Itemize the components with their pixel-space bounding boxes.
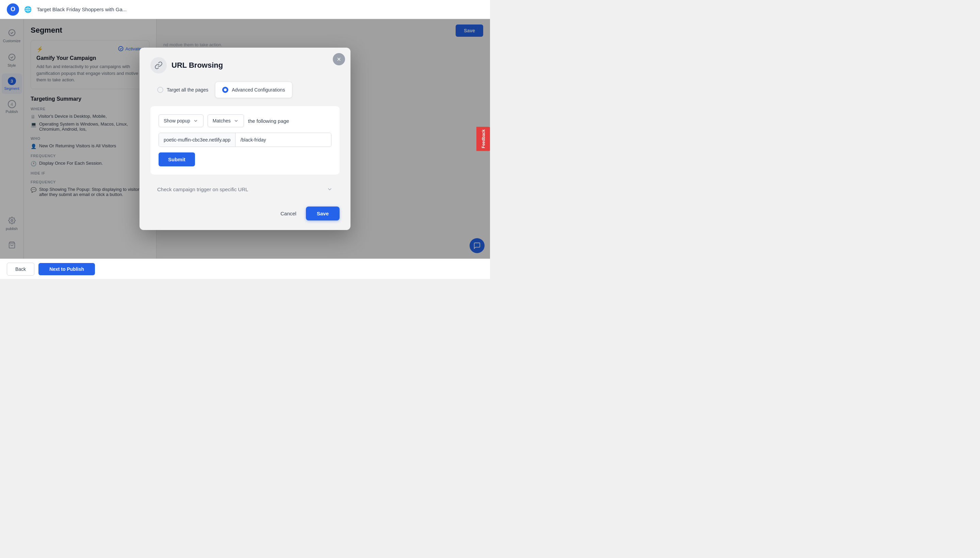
page-title: Target Black Friday Shoppers with Ga... — [37, 7, 126, 12]
modal-header: URL Browsing — [150, 57, 340, 74]
modal-white-card: Show popup Matches the following page po… — [150, 106, 340, 174]
radio-advanced-config[interactable]: Advanced Configurations — [215, 82, 292, 98]
condition-text: the following page — [248, 118, 289, 124]
top-bar: O 🌐 Target Black Friday Shoppers with Ga… — [0, 0, 490, 19]
show-popup-dropdown[interactable]: Show popup — [159, 114, 204, 127]
cancel-button[interactable]: Cancel — [275, 207, 302, 220]
radio-circle-all — [157, 87, 163, 93]
app-logo: O — [7, 3, 19, 16]
next-to-publish-button[interactable]: Next to Publish — [38, 263, 95, 275]
globe-icon: 🌐 — [23, 5, 33, 14]
modal-close-button[interactable] — [333, 53, 345, 65]
modal-save-button[interactable]: Save — [306, 207, 340, 220]
url-browsing-modal: URL Browsing Target all the pages Advanc… — [140, 48, 350, 230]
chevron-down-icon — [327, 186, 333, 192]
matches-dropdown[interactable]: Matches — [208, 114, 244, 127]
conditions-row: Show popup Matches the following page — [159, 114, 332, 127]
submit-button[interactable]: Submit — [159, 153, 195, 166]
show-popup-label: Show popup — [164, 118, 190, 123]
back-button[interactable]: Back — [7, 263, 34, 276]
modal-title: URL Browsing — [171, 61, 223, 70]
check-trigger-dropdown[interactable]: Check campaign trigger on specific URL — [150, 180, 340, 199]
radio-target-all-label: Target all the pages — [167, 87, 208, 92]
bottom-bar: Back Next to Publish — [0, 259, 490, 279]
radio-circle-advanced — [222, 87, 228, 93]
url-path-input[interactable] — [235, 133, 331, 147]
check-trigger-label: Check campaign trigger on specific URL — [157, 187, 248, 192]
url-input-row: poetic-muffin-cbc3ee.netlify.app — [159, 133, 332, 147]
modal-footer: Cancel Save — [150, 207, 340, 220]
radio-advanced-label: Advanced Configurations — [232, 87, 285, 92]
modal-overlay: URL Browsing Target all the pages Advanc… — [0, 19, 490, 259]
matches-label: Matches — [213, 118, 231, 123]
url-domain: poetic-muffin-cbc3ee.netlify.app — [159, 133, 235, 147]
feedback-tab[interactable]: Feedback — [476, 126, 490, 151]
radio-options: Target all the pages Advanced Configurat… — [150, 82, 340, 98]
modal-icon — [150, 57, 167, 74]
radio-target-all[interactable]: Target all the pages — [150, 82, 215, 98]
